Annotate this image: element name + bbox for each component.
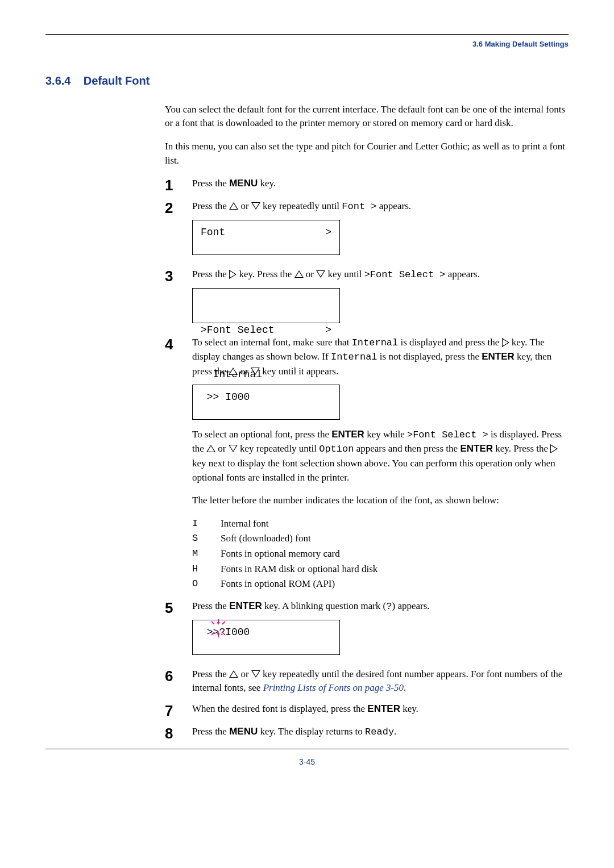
lcd-display-1: Font > bbox=[192, 220, 340, 255]
text: key until bbox=[325, 269, 364, 279]
up-arrow-icon bbox=[229, 670, 238, 678]
font-code-list: IInternal font SSoft (downloaded) font M… bbox=[192, 517, 569, 591]
text: appears. bbox=[446, 269, 480, 279]
list-item: MFonts in optional memory card bbox=[192, 547, 569, 561]
text: key next to display the font selection s… bbox=[192, 458, 555, 483]
top-rule bbox=[45, 34, 569, 35]
step-number: 1 bbox=[165, 177, 192, 193]
text: or bbox=[304, 269, 317, 279]
lcd-text: Font bbox=[201, 225, 225, 240]
section-name: Default Font bbox=[84, 74, 150, 87]
lcd-text: >> I000 bbox=[201, 390, 250, 404]
label: Fonts in optional ROM (API) bbox=[221, 577, 335, 591]
step-5: 5 Press the ENTER key. A blinking questi… bbox=[165, 599, 569, 661]
text: . bbox=[394, 726, 396, 737]
list-item: IInternal font bbox=[192, 517, 569, 531]
enter-key: ENTER bbox=[229, 600, 262, 611]
text: key. Press the bbox=[237, 269, 294, 279]
text: or bbox=[238, 201, 251, 211]
font-mono: Font > bbox=[342, 201, 376, 212]
enter-key: ENTER bbox=[331, 429, 364, 440]
label: Internal font bbox=[221, 517, 269, 531]
text: appears and then press the bbox=[354, 443, 460, 454]
font-list-link[interactable]: Printing Lists of Fonts on page 3-50 bbox=[263, 682, 404, 693]
step-number: 3 bbox=[165, 268, 192, 283]
text: Press the bbox=[192, 726, 229, 737]
code: S bbox=[192, 532, 221, 546]
svg-line-2 bbox=[211, 621, 214, 624]
ready-mono: Ready bbox=[365, 727, 394, 737]
step-number: 2 bbox=[165, 199, 192, 215]
menu-key: MENU bbox=[229, 726, 258, 737]
step-number: 5 bbox=[165, 599, 192, 615]
right-arrow-icon bbox=[229, 270, 237, 279]
lcd-display-2: >Font Select > Internal bbox=[192, 288, 340, 323]
text: key. bbox=[400, 703, 418, 714]
section-title: 3.6.4 Default Font bbox=[45, 73, 569, 89]
optional-font-para: To select an optional font, press the EN… bbox=[192, 428, 569, 485]
code: O bbox=[192, 577, 221, 591]
right-arrow-icon bbox=[502, 338, 509, 347]
text: is displayed and press the bbox=[398, 337, 501, 348]
text: Press the bbox=[192, 269, 229, 279]
intro-1: You can select the default font for the … bbox=[165, 103, 569, 131]
text: ) appears. bbox=[392, 600, 429, 611]
step-7: 7 When the desired font is displayed, pr… bbox=[165, 702, 569, 718]
enter-key: ENTER bbox=[367, 703, 400, 714]
text: key. A blinking question mark ( bbox=[262, 600, 386, 611]
text: or bbox=[215, 443, 229, 454]
section-number: 3.6.4 bbox=[45, 74, 70, 87]
lcd-display-3: >> I000 bbox=[192, 385, 340, 420]
text: key. Press the bbox=[493, 443, 550, 454]
lcd-text: > bbox=[325, 225, 331, 240]
letter-para: The letter before the number indicates t… bbox=[192, 494, 569, 508]
text: key until it appears. bbox=[260, 366, 338, 377]
down-arrow-icon bbox=[251, 670, 260, 678]
text: key repeatedly until bbox=[260, 201, 342, 211]
enter-key: ENTER bbox=[482, 351, 515, 362]
code: H bbox=[192, 562, 221, 577]
text: key. The display returns to bbox=[258, 726, 365, 737]
intro-2: In this menu, you can also set the type … bbox=[165, 140, 569, 168]
step-4: 4 To select an internal font, make sure … bbox=[165, 336, 569, 592]
step-number: 7 bbox=[165, 702, 192, 718]
step-body: Press the ENTER key. A blinking question… bbox=[192, 599, 569, 661]
down-arrow-icon bbox=[251, 202, 260, 210]
font-select-mono: >Font Select > bbox=[407, 429, 488, 440]
step-number: 6 bbox=[165, 667, 192, 683]
option-mono: Option bbox=[319, 444, 354, 454]
up-arrow-icon bbox=[229, 202, 238, 210]
list-item: HFonts in RAM disk or optional hard disk bbox=[192, 562, 569, 577]
list-item: SSoft (downloaded) font bbox=[192, 532, 569, 546]
step-6: 6 Press the or key repeatedly until the … bbox=[165, 667, 569, 695]
text: is not displayed, press the bbox=[377, 351, 482, 362]
label: Soft (downloaded) font bbox=[221, 532, 311, 546]
svg-marker-1 bbox=[217, 622, 220, 625]
svg-line-6 bbox=[211, 632, 214, 635]
page-number: 3-45 bbox=[45, 756, 569, 767]
text: When the desired font is displayed, pres… bbox=[192, 703, 367, 714]
label: Fonts in optional memory card bbox=[221, 547, 340, 561]
step-3: 3 Press the key. Press the or key until … bbox=[165, 268, 569, 329]
list-item: OFonts in optional ROM (API) bbox=[192, 577, 569, 591]
step-body: Press the MENU key. bbox=[192, 177, 569, 191]
up-arrow-icon bbox=[206, 445, 215, 452]
lcd-display-4: >>?I000 bbox=[192, 620, 340, 655]
step-number: 4 bbox=[165, 336, 192, 352]
internal-mono: Internal bbox=[331, 352, 377, 362]
up-arrow-icon bbox=[294, 270, 304, 278]
down-arrow-icon bbox=[229, 445, 238, 452]
step-body: When the desired font is displayed, pres… bbox=[192, 702, 569, 716]
label: Fonts in RAM disk or optional hard disk bbox=[221, 562, 377, 577]
text: To select an optional font, press the bbox=[192, 429, 331, 440]
code: I bbox=[192, 517, 221, 531]
step-body: Press the or key repeatedly until Font >… bbox=[192, 199, 569, 261]
text: or bbox=[238, 366, 251, 377]
text: . bbox=[404, 682, 406, 693]
text: Press the bbox=[192, 201, 229, 211]
question-mark-mono: ? bbox=[386, 601, 392, 612]
text: To select an internal font, make sure th… bbox=[192, 337, 352, 348]
text: appears. bbox=[377, 201, 411, 211]
step-2: 2 Press the or key repeatedly until Font… bbox=[165, 199, 569, 261]
enter-key: ENTER bbox=[460, 443, 493, 454]
